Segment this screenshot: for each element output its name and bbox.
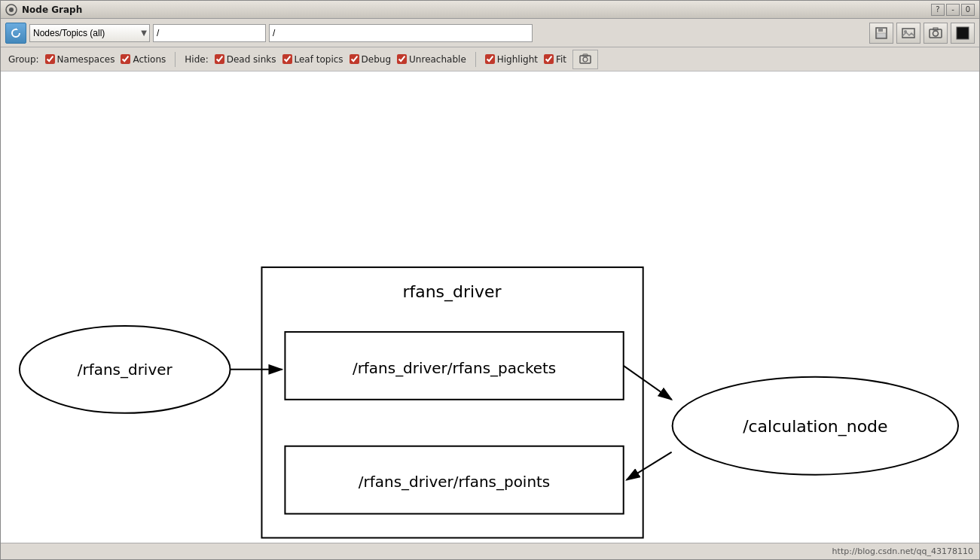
window-title: Node Graph — [22, 5, 82, 15]
separator-2 — [475, 52, 476, 67]
debug-label[interactable]: Debug — [362, 54, 391, 65]
minimize-button[interactable]: - — [946, 4, 960, 16]
rfans-driver-group-rect — [261, 267, 643, 537]
actions-checkbox-item: Actions — [121, 54, 166, 65]
debug-checkbox[interactable] — [350, 54, 359, 64]
svg-rect-4 — [878, 28, 883, 32]
hide-label: Hide: — [185, 54, 208, 65]
screenshot-small-icon — [579, 53, 592, 66]
close-button[interactable]: 0 — [961, 4, 975, 16]
image-icon — [902, 26, 915, 40]
svg-point-1 — [9, 8, 14, 12]
svg-point-13 — [583, 57, 588, 62]
titlebar-left: Node Graph — [5, 4, 82, 16]
dead-sinks-label[interactable]: Dead sinks — [227, 54, 276, 65]
statusbar-url: http://blog.csdn.net/qq_43178110 — [832, 546, 973, 556]
actions-checkbox[interactable] — [121, 54, 130, 64]
theme-icon — [956, 26, 969, 40]
titlebar-controls: ? - 0 — [931, 4, 975, 16]
options-bar: Group: Namespaces Actions Hide: Dead sin… — [1, 47, 979, 72]
arrow-packets-to-calc — [624, 366, 672, 400]
help-button[interactable]: ? — [931, 4, 945, 16]
filter-input-1[interactable] — [153, 24, 266, 42]
nodes-topics-dropdown-wrapper: Nodes/Topics (all) Nodes only Topics onl… — [29, 24, 150, 42]
svg-marker-2 — [16, 28, 18, 30]
highlight-label[interactable]: Highlight — [497, 54, 538, 65]
svg-rect-5 — [877, 33, 886, 38]
arrow-calc-to-points — [627, 452, 672, 480]
camera-icon — [929, 26, 942, 40]
graph-svg: rfans_driver /rfans_driver/rfans_packets… — [1, 72, 979, 543]
ros-icon — [5, 4, 17, 16]
graph-canvas[interactable]: rfans_driver /rfans_driver/rfans_packets… — [1, 72, 979, 543]
fit-label[interactable]: Fit — [556, 54, 566, 65]
statusbar: http://blog.csdn.net/qq_43178110 — [1, 543, 979, 559]
unreachable-label[interactable]: Unreachable — [409, 54, 466, 65]
highlight-checkbox-item: Highlight — [485, 54, 538, 65]
svg-rect-11 — [957, 27, 969, 39]
refresh-icon — [10, 27, 22, 39]
leaf-topics-label[interactable]: Leaf topics — [295, 54, 343, 65]
rfans-driver-group-label: rfans_driver — [403, 282, 502, 302]
actions-label[interactable]: Actions — [133, 54, 166, 65]
separator-1 — [175, 52, 176, 67]
main-toolbar: Nodes/Topics (all) Nodes only Topics onl… — [1, 19, 979, 47]
namespaces-checkbox[interactable] — [45, 54, 55, 64]
debug-checkbox-item: Debug — [350, 54, 391, 65]
filter-input-2[interactable] — [269, 24, 533, 42]
namespaces-label[interactable]: Namespaces — [57, 54, 115, 65]
dead-sinks-checkbox[interactable] — [215, 54, 224, 64]
screenshot-button[interactable] — [924, 23, 948, 44]
refresh-button[interactable] — [5, 23, 26, 44]
calculation-node-label: /calculation_node — [743, 417, 887, 437]
dead-sinks-checkbox-item: Dead sinks — [215, 54, 276, 65]
save-icon — [875, 26, 888, 40]
rfans-driver-node-label: /rfans_driver — [78, 361, 173, 379]
save-button[interactable] — [869, 23, 893, 44]
highlight-checkbox[interactable] — [485, 54, 495, 64]
rfans-packets-label: /rfans_driver/rfans_packets — [353, 359, 556, 377]
titlebar: Node Graph ? - 0 — [1, 1, 979, 19]
export-button[interactable] — [896, 23, 920, 44]
nodes-topics-select[interactable]: Nodes/Topics (all) Nodes only Topics onl… — [29, 24, 150, 42]
main-window: Node Graph ? - 0 Nodes/Topics (all) Node… — [0, 0, 980, 560]
rfans-points-label: /rfans_driver/rfans_points — [359, 473, 550, 491]
namespaces-checkbox-item: Namespaces — [45, 54, 115, 65]
leaf-topics-checkbox-item: Leaf topics — [282, 54, 343, 65]
fit-checkbox-item: Fit — [544, 54, 566, 65]
screenshot-small-button[interactable] — [572, 50, 598, 69]
group-label: Group: — [8, 54, 39, 65]
leaf-topics-checkbox[interactable] — [282, 54, 292, 64]
unreachable-checkbox[interactable] — [397, 54, 407, 64]
svg-rect-6 — [902, 29, 914, 38]
theme-button[interactable] — [951, 23, 975, 44]
unreachable-checkbox-item: Unreachable — [397, 54, 466, 65]
fit-checkbox[interactable] — [544, 54, 554, 64]
svg-point-9 — [933, 31, 939, 36]
